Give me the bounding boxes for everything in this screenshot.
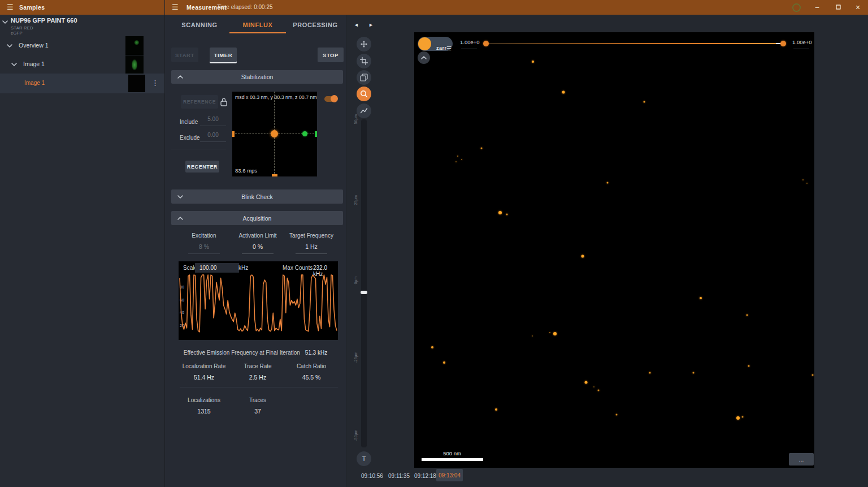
channel-color-swatch[interactable] [418, 37, 431, 50]
blink-check-title: Blink Check [184, 193, 331, 200]
close-button[interactable]: × [852, 0, 863, 15]
tree-item-overview[interactable]: Overview 1 [19, 42, 49, 49]
localization-dot [736, 416, 740, 420]
z-tick-label: -25μm [354, 355, 358, 363]
localization-dot [581, 255, 584, 257]
stabilization-toggle[interactable] [324, 96, 337, 102]
range-handle-max[interactable] [780, 41, 786, 46]
localization-dot [806, 183, 808, 184]
localization-dot [693, 372, 695, 374]
z-tick-label: 25μm [354, 197, 358, 205]
localization-dot [549, 332, 550, 333]
sample-name[interactable]: NUP96 GFP PAINT 660 [11, 17, 77, 24]
collapse-button[interactable] [418, 51, 430, 64]
recenter-button[interactable]: RECENTER [185, 161, 219, 173]
blink-check-header[interactable]: Blink Check [171, 189, 343, 204]
stop-button[interactable]: STOP [318, 48, 344, 62]
samples-title: Samples [19, 0, 45, 15]
chevron-down-icon [177, 193, 184, 200]
edge-marker-right [315, 131, 317, 137]
kebab-menu-icon[interactable]: ⋮ [151, 79, 159, 87]
layers-tool-button[interactable] [357, 70, 371, 85]
next-arrow-icon[interactable]: ► [368, 21, 374, 28]
layers-icon [359, 73, 368, 82]
more-options-button[interactable]: ... [789, 453, 814, 466]
range-handle-min[interactable] [483, 41, 489, 46]
maximize-button[interactable] [832, 0, 844, 15]
localization-dot [606, 182, 608, 183]
photon-trace-chart: Scale 100.00 kHz Max Counts 232.0 kHz 80… [179, 261, 338, 340]
stabilization-header[interactable]: Stabilization [171, 70, 343, 84]
chevron-up-icon [177, 215, 184, 222]
z-position-slider[interactable] [361, 119, 367, 447]
reference-button[interactable]: REFERENCE [181, 95, 218, 109]
chevron-down-icon[interactable] [2, 19, 8, 25]
update-icon[interactable] [792, 3, 801, 12]
chevron-down-icon[interactable] [11, 61, 18, 68]
timer-button[interactable]: TIMER [210, 48, 237, 62]
chevron-down-icon[interactable] [6, 42, 13, 49]
target-frequency-label: Target Frequency [287, 232, 336, 239]
localizations-label: Localizations [180, 397, 228, 403]
pan-tool-button[interactable] [357, 37, 371, 51]
timestamp-1[interactable]: 09:10:56 [361, 473, 383, 479]
eef-row: Effective Emission Frequency at Final It… [165, 350, 346, 356]
crop-icon [359, 57, 368, 66]
minflux-image-viewer[interactable]: zarr ☰ 1.00e+0 1.00e+0 500 nm ... [414, 32, 814, 468]
filter-tool-button[interactable]: Ŧ [357, 451, 371, 466]
menu-icon[interactable]: ☰ [7, 0, 14, 15]
stabilization-reference-marker [302, 131, 307, 136]
tree-item-image-selected[interactable]: Image 1 ⋮ [0, 74, 164, 93]
line-chart-icon [359, 106, 368, 115]
target-frequency-input[interactable]: 1 Hz [296, 243, 327, 254]
timestamp-active[interactable]: 09:13:04 [436, 469, 463, 481]
catch-ratio-value: 45.5 % [287, 374, 336, 381]
catch-ratio-label: Catch Ratio [287, 363, 336, 369]
roi-tool-button[interactable] [357, 54, 371, 68]
start-button[interactable]: START [171, 48, 198, 62]
scalebar [422, 458, 483, 461]
stabilization-bead-marker [271, 130, 278, 137]
msd-readout: msd x 00.3 nm, y 00.3 nm, z 00.7 nm [235, 94, 317, 100]
tab-scanning[interactable]: SCANNING [174, 21, 225, 32]
eef-label: Effective Emission Frequency at Final It… [184, 350, 300, 356]
chevron-up-icon [177, 74, 184, 80]
localization-dot [461, 159, 462, 160]
prev-arrow-icon[interactable]: ◄ [354, 21, 359, 28]
activation-limit-input[interactable]: 0 % [242, 243, 274, 254]
zoom-tool-button[interactable] [357, 87, 371, 101]
excitation-input[interactable]: 8 % [188, 243, 220, 254]
channel-menu-icon[interactable]: ☰ [446, 41, 452, 55]
z-slider-handle[interactable] [361, 291, 367, 294]
edge-marker-left [232, 131, 235, 137]
localization-dot [802, 179, 804, 180]
range-max-value: 1.00e+0 [792, 39, 812, 45]
profile-tool-button[interactable] [357, 104, 371, 118]
traces-label: Traces [233, 397, 282, 403]
acquisition-header[interactable]: Acquisition [171, 211, 343, 225]
localization-dot [457, 156, 458, 157]
time-elapsed: Time elapsed: 0:00:25 [217, 0, 273, 15]
tree-item-image[interactable]: Image 1 [23, 61, 45, 67]
pan-icon [359, 39, 369, 49]
menu-icon[interactable]: ☰ [172, 0, 179, 15]
intensity-range-slider[interactable] [485, 43, 783, 44]
minimize-button[interactable]: – [811, 0, 823, 15]
image-thumbnail[interactable] [125, 55, 144, 74]
z-tick-label: 0μm [354, 277, 358, 285]
include-input[interactable]: 5.00 [200, 116, 226, 126]
exclude-input[interactable]: 0.00 [200, 132, 226, 142]
localization-dot [480, 147, 482, 149]
selected-thumbnail [128, 75, 145, 92]
timestamp-3[interactable]: 09:12:18 [414, 473, 436, 479]
viewer-area: ◄ ► 50μm25μm0μm-25μm-50μm Ŧ [350, 15, 868, 487]
stabilization-preview: msd x 00.3 nm, y 00.3 nm, z 00.7 nm 83.6… [232, 92, 317, 176]
overview-thumbnail[interactable] [125, 36, 144, 55]
localization-dot [455, 161, 457, 162]
localization-dot [498, 211, 502, 214]
localization-dot [812, 374, 814, 376]
tab-processing[interactable]: PROCESSING [290, 21, 341, 32]
timestamp-2[interactable]: 09:11:35 [388, 473, 410, 479]
z-tick-label: 50μm [354, 117, 358, 124]
tab-minflux[interactable]: MINFLUX [229, 21, 286, 33]
